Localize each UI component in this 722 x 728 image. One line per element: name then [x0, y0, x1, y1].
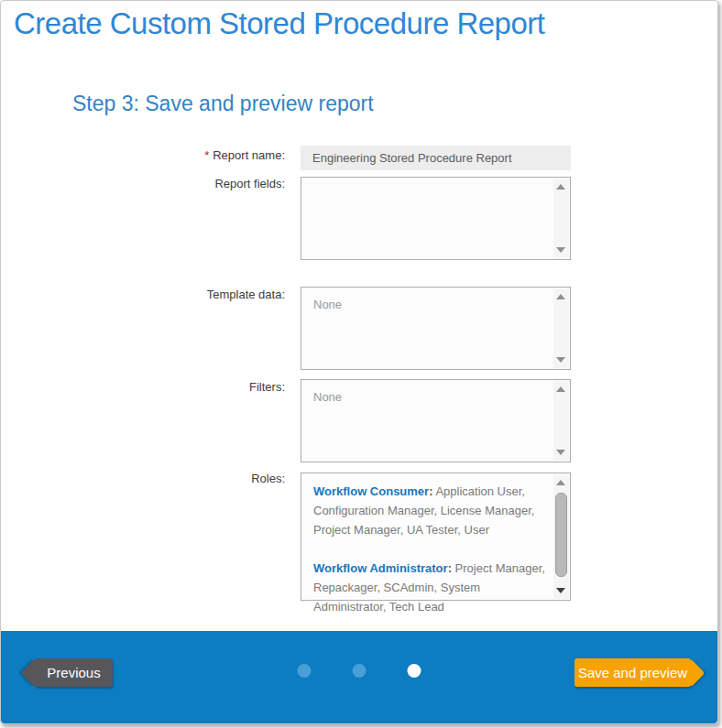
- previous-button[interactable]: Previous: [35, 658, 113, 687]
- scroll-down-icon[interactable]: [556, 588, 565, 593]
- roles-box[interactable]: Workflow Consumer: Application User, Con…: [301, 473, 571, 601]
- left-arrow-icon: [20, 658, 49, 687]
- role-entry: Workflow Consumer: Application User, Con…: [313, 482, 548, 539]
- scroll-down-icon[interactable]: [556, 357, 565, 363]
- filters-scrollbar[interactable]: [553, 381, 569, 461]
- scroll-up-icon[interactable]: [556, 294, 565, 299]
- report-fields-label: Report fields:: [1, 177, 285, 190]
- step-indicator: [298, 664, 421, 678]
- roles-label: Roles:: [1, 472, 285, 485]
- roles-list: Workflow Consumer: Application User, Con…: [313, 482, 548, 616]
- role-entry: Workflow Administrator: Project Manager,…: [313, 559, 548, 616]
- report-fields-box[interactable]: [301, 177, 571, 260]
- template-data-value: None: [313, 297, 548, 312]
- page-title: Create Custom Stored Procedure Report: [14, 6, 544, 41]
- scroll-up-icon[interactable]: [556, 184, 565, 190]
- template-data-box[interactable]: None: [301, 287, 571, 370]
- save-and-preview-button[interactable]: Save and preview: [574, 658, 691, 687]
- step-heading: Step 3: Save and preview report: [72, 92, 374, 116]
- role-name: Workflow Consumer: [313, 484, 429, 498]
- report-name-label-text: Report name:: [213, 148, 285, 162]
- report-name-input[interactable]: [301, 146, 571, 170]
- template-data-scrollbar[interactable]: [553, 288, 569, 368]
- filters-box[interactable]: None: [301, 379, 571, 462]
- wizard-dialog: Create Custom Stored Procedure Report St…: [0, 0, 718, 724]
- roles-scrollbar[interactable]: [553, 474, 569, 599]
- step-dot-3: [408, 664, 421, 678]
- scroll-down-icon[interactable]: [556, 247, 565, 253]
- report-name-label: *Report name:: [1, 148, 285, 162]
- role-name: Workflow Administrator: [313, 561, 448, 575]
- report-fields-scrollbar[interactable]: [553, 179, 569, 258]
- scrollbar-thumb[interactable]: [555, 493, 567, 577]
- filters-value: None: [313, 389, 548, 405]
- footer-bar: Previous Save and preview: [1, 631, 717, 723]
- template-data-label: Template data:: [1, 288, 285, 301]
- scroll-up-icon[interactable]: [556, 480, 565, 485]
- scroll-up-icon[interactable]: [556, 386, 565, 392]
- step-dot-1: [298, 664, 312, 678]
- step-dot-2: [353, 664, 366, 678]
- scroll-down-icon[interactable]: [556, 450, 565, 455]
- filters-label: Filters:: [1, 380, 285, 394]
- required-asterisk: *: [204, 148, 209, 162]
